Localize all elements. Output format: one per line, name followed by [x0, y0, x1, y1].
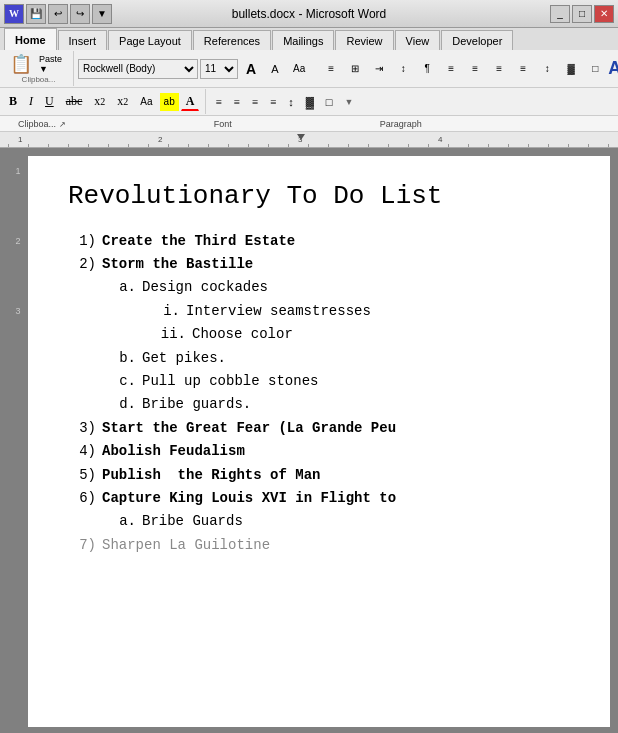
margin-marker-1: 1: [15, 166, 20, 176]
tab-page-layout[interactable]: Page Layout: [108, 30, 192, 50]
ruler-marker-1: 1: [18, 135, 22, 144]
justify-fmt[interactable]: ≡: [265, 93, 281, 111]
line-space-fmt[interactable]: ↕: [283, 93, 299, 111]
justify-button[interactable]: ≡: [512, 59, 534, 79]
left-margin: 1 2 3: [8, 156, 28, 727]
window-title: bullets.docx - Microsoft Word: [232, 7, 387, 21]
more-icon[interactable]: ▼: [92, 4, 112, 24]
change-case-button[interactable]: Aa: [288, 59, 310, 79]
tab-insert[interactable]: Insert: [58, 30, 108, 50]
item-marker: b.: [108, 347, 136, 369]
bold-button[interactable]: B: [4, 93, 22, 111]
list-item: 1) Create the Third Estate: [68, 230, 586, 252]
document-content: Revolutionary To Do List 1) Create the T…: [68, 176, 586, 556]
item-marker: 3): [68, 417, 96, 439]
item-marker: 6): [68, 487, 96, 509]
item-text: Interview seamstresses: [186, 300, 371, 322]
redo-icon[interactable]: ↪: [70, 4, 90, 24]
numbering-button[interactable]: ⊞: [344, 59, 366, 79]
align-left-fmt[interactable]: ≡: [210, 93, 226, 111]
document-area: 1 2 3 Revolutionary To Do List 1) Create…: [0, 148, 618, 733]
bullets-button[interactable]: ≡: [320, 59, 342, 79]
border-fmt[interactable]: □: [321, 93, 338, 111]
margin-marker-2: 2: [15, 236, 20, 246]
margin-marker-3: 3: [15, 306, 20, 316]
align-center-fmt[interactable]: ≡: [229, 93, 245, 111]
document-page[interactable]: Revolutionary To Do List 1) Create the T…: [28, 156, 610, 727]
item-marker: c.: [108, 370, 136, 392]
minimize-button[interactable]: _: [550, 5, 570, 23]
font-format-group: B I U abc x2 x2 Aa ab A: [4, 89, 206, 114]
styles-aa: Aa: [608, 58, 618, 79]
word-icon: W: [4, 4, 24, 24]
italic-button[interactable]: I: [24, 93, 38, 111]
shrink-font-button[interactable]: A: [264, 59, 286, 79]
item-text: Publish the Rights of Man: [102, 464, 320, 486]
shading-fmt[interactable]: ▓: [301, 93, 319, 111]
list-item: c. Pull up cobble stones: [68, 370, 586, 392]
font-color-button[interactable]: A: [181, 93, 200, 111]
item-marker: ii.: [158, 323, 186, 345]
underline-button[interactable]: U: [40, 93, 59, 111]
item-marker: d.: [108, 393, 136, 415]
paragraph-icons: ≡ ⊞ ⇥ ↕ ¶ ≡ ≡ ≡ ≡ ↕ ▓ □ Aa: [320, 58, 618, 79]
list-item: 5) Publish the Rights of Man: [68, 464, 586, 486]
list-item: 6) Capture King Louis XVI in Flight to: [68, 487, 586, 509]
tabs-row: Home Insert Page Layout References Maili…: [0, 28, 618, 50]
tab-review[interactable]: Review: [335, 30, 393, 50]
highlight-button[interactable]: ab: [160, 93, 179, 111]
show-marks-button[interactable]: ¶: [416, 59, 438, 79]
list-item: 7) Sharpen La Guilotine: [68, 534, 586, 556]
item-text: Design cockades: [142, 276, 268, 298]
shading-button[interactable]: ▓: [560, 59, 582, 79]
paste-button[interactable]: 📋: [10, 53, 32, 75]
item-text: Create the Third Estate: [102, 230, 295, 252]
undo-icon[interactable]: ↩: [48, 4, 68, 24]
more-paragraph-fmt[interactable]: ▼: [339, 93, 358, 111]
list-item: 2) Storm the Bastille: [68, 253, 586, 275]
list-item: 3) Start the Great Fear (La Grande Peu: [68, 417, 586, 439]
ruler: 1 2 3 4: [0, 132, 618, 148]
superscript-button[interactable]: x2: [112, 93, 133, 111]
align-right-button[interactable]: ≡: [488, 59, 510, 79]
item-marker: 4): [68, 440, 96, 462]
sort-button[interactable]: ↕: [392, 59, 414, 79]
list-item: d. Bribe guards.: [68, 393, 586, 415]
close-button[interactable]: ✕: [594, 5, 614, 23]
font-size-select[interactable]: 11: [200, 59, 238, 79]
tab-home[interactable]: Home: [4, 28, 57, 50]
border-button[interactable]: □: [584, 59, 606, 79]
tab-stop-marker: [297, 134, 305, 140]
subscript-button[interactable]: x2: [89, 93, 110, 111]
align-center-button[interactable]: ≡: [464, 59, 486, 79]
ruler-marker-2: 2: [158, 135, 162, 144]
paste-dropdown[interactable]: Paste ▼: [34, 54, 67, 74]
title-bar: W 💾 ↩ ↪ ▼ bullets.docx - Microsoft Word …: [0, 0, 618, 28]
list-item: a. Bribe Guards: [68, 510, 586, 532]
tab-references[interactable]: References: [193, 30, 271, 50]
tab-view[interactable]: View: [395, 30, 441, 50]
tab-developer[interactable]: Developer: [441, 30, 513, 50]
paragraph-section-label: Paragraph: [380, 119, 422, 129]
document-title: Revolutionary To Do List: [68, 176, 586, 218]
tab-mailings[interactable]: Mailings: [272, 30, 334, 50]
list-item: b. Get pikes.: [68, 347, 586, 369]
title-bar-controls: _ □ ✕: [550, 5, 614, 23]
toolbar-row-1: 📋 Paste ▼ Clipboa... Rockwell (Body) 11 …: [0, 50, 618, 88]
item-text: Pull up cobble stones: [142, 370, 318, 392]
list-item: 4) Abolish Feudalism: [68, 440, 586, 462]
text-effects-button[interactable]: Aa: [135, 93, 157, 111]
format-row: B I U abc x2 x2 Aa ab A ≡ ≡ ≡ ≡ ↕ ▓ □ ▼: [0, 88, 618, 116]
font-name-select[interactable]: Rockwell (Body): [78, 59, 198, 79]
grow-font-button[interactable]: A: [240, 59, 262, 79]
indent-button[interactable]: ⇥: [368, 59, 390, 79]
line-spacing-button[interactable]: ↕: [536, 59, 558, 79]
save-icon[interactable]: 💾: [26, 4, 46, 24]
align-right-fmt[interactable]: ≡: [247, 93, 263, 111]
strikethrough-button[interactable]: abc: [61, 93, 88, 111]
item-text: Storm the Bastille: [102, 253, 253, 275]
maximize-button[interactable]: □: [572, 5, 592, 23]
item-marker: 5): [68, 464, 96, 486]
align-left-button[interactable]: ≡: [440, 59, 462, 79]
item-marker: 7): [68, 534, 96, 556]
